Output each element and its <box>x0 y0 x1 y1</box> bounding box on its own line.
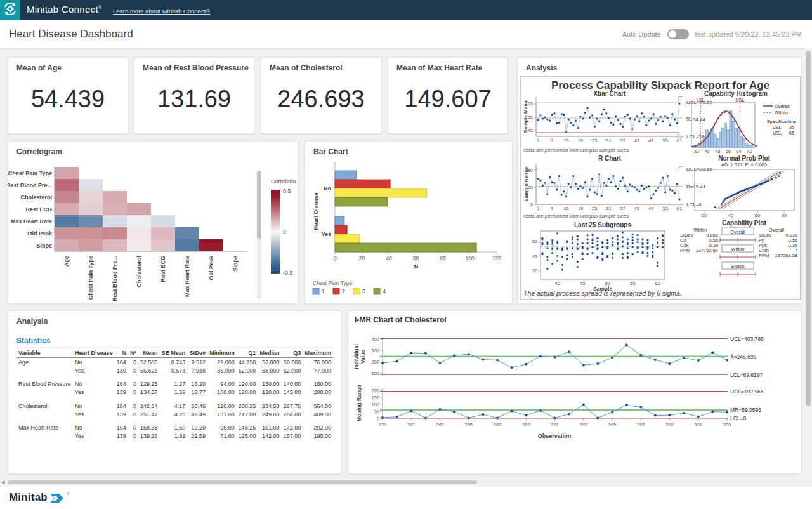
svg-text:303: 303 <box>723 422 731 428</box>
stats-row: AgeNo164052.5850.7439.51229.00044.25052.… <box>16 358 333 367</box>
svg-text:X̄=246.693: X̄=246.693 <box>730 354 757 360</box>
vertical-scroll-thumb[interactable] <box>806 51 811 406</box>
svg-text:283: 283 <box>436 422 444 428</box>
svg-text:43: 43 <box>634 138 639 143</box>
svg-text:137752.64: 137752.64 <box>696 248 718 253</box>
svg-text:61: 61 <box>677 206 682 211</box>
svg-text:150: 150 <box>371 395 379 400</box>
svg-text:80: 80 <box>782 213 787 218</box>
svg-text:2: 2 <box>342 288 345 294</box>
vertical-scrollbar[interactable] <box>804 48 812 479</box>
svg-text:7: 7 <box>551 206 553 211</box>
svg-text:289: 289 <box>522 422 530 428</box>
svg-text:49: 49 <box>648 206 653 211</box>
minitab-arrow-icon <box>50 491 64 506</box>
correlogram-card: Correlogram Chest Pain TypeRest Blood Pr… <box>8 141 298 304</box>
svg-text:Old Peak: Old Peak <box>27 230 53 237</box>
footer-registered-mark: ® <box>67 492 69 496</box>
stats-row: CholesterolNo1640242.644.1753.46126.0020… <box>16 397 333 411</box>
svg-text:0: 0 <box>283 228 286 235</box>
svg-text:56: 56 <box>726 149 731 154</box>
svg-text:Capability Histogram: Capability Histogram <box>704 90 768 97</box>
svg-text:Age: Age <box>63 256 70 267</box>
svg-text:Old Peak: Old Peak <box>208 255 214 281</box>
kpi-card-mean-max-hr: Mean of Max Heart Rate 149.607 <box>388 57 508 134</box>
svg-text:Rest ECG: Rest ECG <box>25 206 52 213</box>
svg-text:Cholesterol: Cholesterol <box>136 256 142 288</box>
svg-text:USL: USL <box>773 130 782 136</box>
svg-text:USL: USL <box>735 98 745 102</box>
scroll-left-arrow[interactable]: ◀ <box>1 480 4 485</box>
svg-text:Moving Range: Moving Range <box>356 385 362 421</box>
svg-text:61: 61 <box>677 138 682 143</box>
learn-more-link[interactable]: Learn more about Minitab Connect® <box>113 8 210 15</box>
svg-text:Last 25 Subgroups: Last 25 Subgroups <box>574 221 631 228</box>
correlogram-heatmap: Chest Pain TypeRest Blood Pre...Choleste… <box>8 142 296 302</box>
stats-row: Rest Blood PressureNo1640129.251.2716.20… <box>16 374 333 388</box>
svg-text:Max Heart Rate: Max Heart Rate <box>11 218 52 225</box>
brand-name: Minitab Connect® <box>27 4 102 15</box>
minitab-connect-logo[interactable] <box>0 0 20 20</box>
svg-text:35: 35 <box>789 124 794 130</box>
svg-text:80: 80 <box>440 255 446 261</box>
svg-text:30: 30 <box>532 268 537 274</box>
svg-text:Specs: Specs <box>731 263 745 269</box>
stats-col-header: SE Mean <box>160 348 188 358</box>
svg-text:45: 45 <box>532 253 537 259</box>
page-header: Heart Disease Dashboard Auto Update last… <box>0 20 812 49</box>
svg-text:285: 285 <box>464 422 473 428</box>
stats-row: Yes139056.6260.6737.93835.00052.00058.00… <box>16 366 333 374</box>
svg-text:120: 120 <box>492 255 501 261</box>
horizontal-scrollbar[interactable]: ◀ <box>0 479 812 486</box>
svg-text:Cholesterol: Cholesterol <box>20 194 52 201</box>
imr-chart-card: I-MR Chart of Cholesterol 100200300400UC… <box>348 310 802 474</box>
kpi-value: 54.439 <box>8 86 128 113</box>
kpi-label: Mean of Rest Blood Pressure <box>143 63 249 72</box>
auto-update-toggle[interactable] <box>667 29 689 39</box>
svg-text:13: 13 <box>563 138 568 143</box>
svg-text:AD: 1.517, P: < 0.005: AD: 1.517, P: < 0.005 <box>721 162 767 168</box>
minitab-footer-logo[interactable]: Minitab ® <box>9 491 69 506</box>
page-title: Heart Disease Dashboard <box>9 28 133 41</box>
svg-text:291: 291 <box>551 422 559 428</box>
svg-text:Sample Range: Sample Range <box>523 166 529 202</box>
stats-col-header: N <box>115 348 128 358</box>
footer-brand-text: Minitab <box>9 491 48 504</box>
svg-text:Sample Mean: Sample Mean <box>523 100 528 133</box>
svg-text:31: 31 <box>606 138 611 143</box>
kpi-card-mean-rest-bp: Mean of Rest Blood Pressure 131.69 <box>134 57 254 134</box>
svg-text:-0.5: -0.5 <box>283 270 293 276</box>
svg-text:X̿=54.44: X̿=54.44 <box>686 117 706 122</box>
svg-text:55: 55 <box>662 138 667 143</box>
svg-text:1: 1 <box>537 138 539 143</box>
svg-text:400: 400 <box>371 336 379 342</box>
svg-text:LCL=0: LCL=0 <box>686 202 702 208</box>
svg-text:20: 20 <box>359 255 365 261</box>
svg-text:60: 60 <box>532 239 537 244</box>
svg-text:R̄=15.41: R̄=15.41 <box>686 184 706 190</box>
svg-text:60: 60 <box>755 213 760 218</box>
last-updated-text: last updated 9/20/22, 12:45:23 PM <box>695 30 802 38</box>
svg-text:Slope: Slope <box>232 256 239 272</box>
svg-text:Capability Plot: Capability Plot <box>722 220 766 227</box>
statistics-heading: Statistics <box>16 336 50 345</box>
horizontal-scroll-thumb[interactable] <box>8 480 477 484</box>
svg-text:279: 279 <box>379 422 387 428</box>
svg-text:UCL=192.965: UCL=192.965 <box>730 388 764 395</box>
stats-col-header: Mean <box>138 348 160 358</box>
stats-col-header: Q1 <box>237 348 258 358</box>
svg-text:281: 281 <box>407 422 416 428</box>
svg-text:LCL=0: LCL=0 <box>730 415 747 421</box>
stats-col-header: Maximum <box>303 348 333 358</box>
svg-text:19: 19 <box>578 138 583 143</box>
svg-text:Within: Within <box>731 246 745 252</box>
svg-text:Chest Pain Type: Chest Pain Type <box>313 280 352 286</box>
svg-text:Rest ECG: Rest ECG <box>160 256 166 282</box>
kpi-value: 131.69 <box>134 86 254 113</box>
svg-text:40: 40 <box>704 149 709 154</box>
svg-text:45: 45 <box>580 281 585 286</box>
svg-text:Observation: Observation <box>538 433 572 439</box>
brand-registered-mark: ® <box>98 5 102 10</box>
correlogram-scrollbar[interactable] <box>257 171 261 239</box>
svg-text:Overall: Overall <box>730 229 745 235</box>
